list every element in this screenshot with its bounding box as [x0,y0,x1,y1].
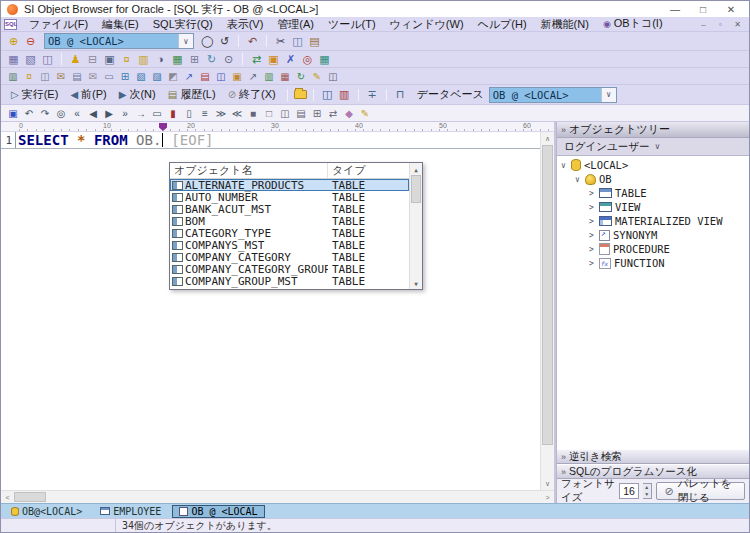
data-grid-icon[interactable]: ▦ [277,69,293,83]
tree-expander-icon[interactable]: ∨ [575,175,585,184]
copy-line-icon[interactable]: ◫ [277,106,293,120]
scroll-down-icon[interactable]: ∨ [541,477,554,490]
tree-node[interactable]: ∨ OB [557,172,749,186]
popup-row[interactable]: BOM TABLE [170,215,409,227]
commit-icon[interactable]: ◯ [199,34,216,49]
prev-button[interactable]: ◀ 前(P) [64,86,112,104]
menu-item[interactable]: 編集(E) [95,17,146,32]
comment-icon[interactable]: ■ [245,106,261,120]
popup-scrollbar[interactable]: ▲ ▼ [409,163,422,289]
close-button[interactable]: ✕ [717,4,745,15]
scroll-up-icon[interactable]: ∧ [541,132,554,145]
client-icon[interactable]: ▣ [101,52,118,67]
popup-scroll-thumb[interactable] [411,175,421,203]
user-window-icon[interactable]: ▤ [69,69,85,83]
tree-expander-icon[interactable]: ∨ [561,161,571,170]
tree-expander-icon[interactable]: > [589,189,599,198]
object-tree-header[interactable]: » オブジェクトツリー [557,122,749,138]
view-window-icon[interactable]: ▧ [133,69,149,83]
tree-expander-icon[interactable]: > [589,259,599,268]
font-size-stepper[interactable]: ▲▼ [643,483,652,499]
tree-expander-icon[interactable]: > [589,203,599,212]
sql-format-icon[interactable]: ▥ [336,87,353,102]
menu-item[interactable]: ツール(T) [321,17,383,32]
help-pen-icon[interactable]: ✎ [357,106,373,120]
paste-line-icon[interactable]: ▤ [293,106,309,120]
procedure-window-icon[interactable]: ▤ [197,69,213,83]
menu-item[interactable]: SQL実行(Q) [146,17,220,32]
menu-item[interactable]: 新機能(N) [534,17,596,32]
outdent-icon[interactable]: ≪ [229,106,245,120]
close-palette-button[interactable]: ⊘ パレットを閉じる [656,482,745,500]
font-size-input[interactable]: 16 [619,483,638,499]
search-db-icon[interactable]: ◎ [299,52,316,67]
undo-icon[interactable]: ↶ [244,34,261,49]
sql-code-area[interactable]: 1 SELECT * FROM OB.[EOF] オブジェクト名 タイプ [1,132,540,490]
memory-icon[interactable]: ▦ [169,52,186,67]
mview-window-icon[interactable]: ▨ [149,69,165,83]
tablespace-icon[interactable]: ▥ [135,52,152,67]
child-minimize-button[interactable]: – [695,20,712,29]
duplicate-icon[interactable]: ⊞ [186,52,203,67]
reverse-search-bar[interactable]: » 逆引き検索 [557,449,749,464]
child-close-button[interactable]: ✕ [729,20,746,29]
refresh-icon[interactable]: ⇄ [248,52,265,67]
editor-horizontal-scrollbar[interactable]: < > [1,490,554,503]
popup-row[interactable]: CATEGORY_TYPE TABLE [170,227,409,239]
scroll-up-icon[interactable]: ▲ [410,163,422,175]
copy-icon[interactable]: ◫ [289,34,306,49]
function-window-icon[interactable]: ◫ [213,69,229,83]
tree-node[interactable]: > MATERIALIZED VIEW [557,214,749,228]
chevron-down-icon[interactable]: ∨ [178,34,193,48]
layout-icon[interactable]: ⊓ [392,87,409,102]
minimize-button[interactable]: — [661,4,689,15]
popup-row[interactable]: COMPANY_CATEGORY TABLE [170,251,409,263]
edit-pen-icon[interactable]: ✎ [309,69,325,83]
code-line-1[interactable]: 1 SELECT * FROM OB.[EOF] [1,132,540,149]
table-window-icon[interactable]: ◫ [37,69,53,83]
popup-row[interactable]: COMPANYS_MST TABLE [170,239,409,251]
cut-icon[interactable]: ✂ [272,34,289,49]
popup-row[interactable]: CREDIT TABLE [170,287,409,289]
open-file-icon[interactable] [294,90,307,99]
end-button[interactable]: ⊘ 終了(X) [222,86,282,104]
connect-icon[interactable]: ⊕ [5,34,22,49]
column-list-icon[interactable]: ▥ [5,69,21,83]
snapshot-icon[interactable]: ◩ [165,69,181,83]
synonym-add-icon[interactable]: ↗ [181,69,197,83]
child-restore-button[interactable]: ▫ [712,20,729,29]
menu-item[interactable]: OBトコ(I) [596,16,670,32]
find-icon[interactable]: ◎ [53,106,69,120]
user-icon[interactable]: ♟ [67,52,84,67]
table-data-icon[interactable]: ▦ [316,52,333,67]
align-icon[interactable]: ≡ [197,106,213,120]
tree-node[interactable]: > SYNONYM [557,228,749,242]
refresh-window-icon[interactable]: ↻ [293,69,309,83]
collapse-chevron-icon[interactable]: » [561,125,565,135]
run-button[interactable]: ▷ 実行(E) [5,86,64,104]
find-last-icon[interactable]: » [117,106,133,120]
tree-expander-icon[interactable]: > [589,217,599,226]
next-button[interactable]: ▶ 次(N) [113,86,162,104]
rollback-icon[interactable]: ↺ [216,34,233,49]
script-icon[interactable]: ▧ [22,52,39,67]
tree-expander-icon[interactable]: > [589,231,599,240]
redo-icon[interactable]: ↷ [37,106,53,120]
popup-column-type[interactable]: タイプ [328,163,409,178]
menu-item[interactable]: 管理(A) [270,17,321,32]
bookmark-next-icon[interactable]: ▯ [181,106,197,120]
goto-line-icon[interactable]: → [133,106,149,120]
menu-item[interactable]: 表示(V) [220,17,271,32]
tree-node[interactable]: > FUNCTION [557,256,749,270]
chevron-down-icon[interactable]: ∨ [601,88,616,102]
history-button[interactable]: ▤ 履歴(L) [162,86,222,104]
find-first-icon[interactable]: « [69,106,85,120]
scroll-thumb[interactable] [542,145,553,445]
disconnect-icon[interactable]: ⊖ [22,34,39,49]
window-copy-icon[interactable]: ◫ [39,52,56,67]
uncomment-icon[interactable]: □ [261,106,277,120]
recycle-bin-icon[interactable]: ↻ [203,52,220,67]
tree-node[interactable]: ∨ <LOCAL> [557,158,749,172]
scheduler-icon[interactable]: ⊙ [220,52,237,67]
session-list-icon[interactable]: ▦ [5,52,22,67]
